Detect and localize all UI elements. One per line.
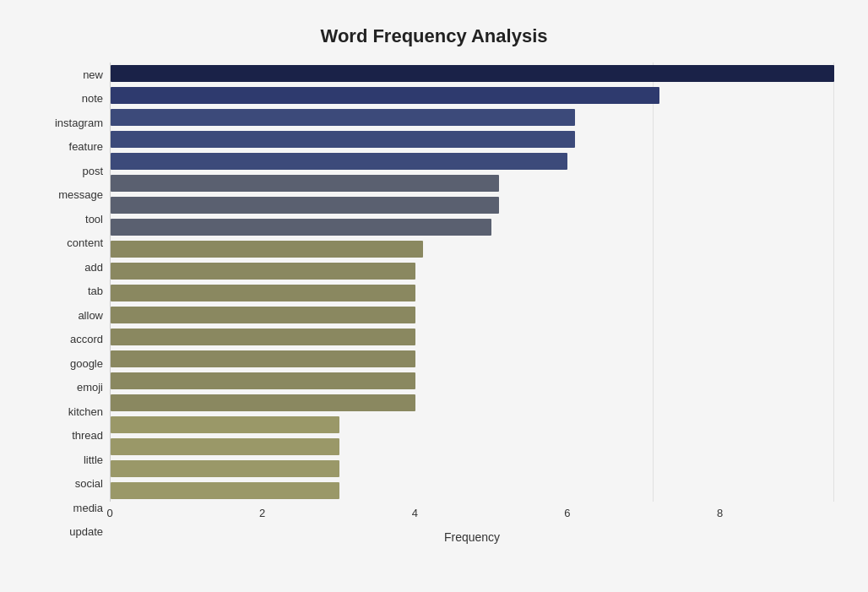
x-tick: 4: [412, 507, 418, 519]
bar-row: [111, 172, 834, 194]
x-tick: 2: [259, 507, 265, 519]
y-label: instagram: [55, 111, 103, 134]
y-label: emoji: [77, 376, 103, 399]
bar: [111, 175, 499, 192]
y-label: google: [70, 351, 103, 375]
y-label: accord: [70, 328, 103, 351]
y-label: allow: [78, 303, 103, 327]
bar-row: [111, 480, 834, 502]
y-label: note: [82, 87, 103, 111]
chart-title: Word Frequency Analysis: [34, 17, 834, 47]
bar-row: [111, 128, 834, 150]
x-axis-label: Frequency: [110, 530, 834, 544]
y-label: tool: [85, 207, 103, 231]
bar-row: [111, 458, 834, 480]
bar-row: [111, 370, 834, 392]
bar-row: [111, 260, 834, 282]
bar: [111, 87, 659, 104]
x-tick: 0: [106, 507, 112, 519]
bar: [111, 350, 415, 367]
bar-row: [111, 150, 834, 172]
bar-row: [111, 106, 834, 128]
y-label: media: [73, 496, 103, 519]
bars-area: [110, 62, 834, 502]
bar: [111, 438, 339, 455]
bar-row: [111, 414, 834, 436]
x-tick: 6: [564, 507, 570, 519]
bar-row: [111, 392, 834, 414]
y-label: content: [67, 231, 103, 255]
bar: [111, 263, 415, 280]
bar-row: [111, 436, 834, 458]
bar-row: [111, 348, 834, 370]
bar: [111, 394, 415, 411]
y-labels: newnoteinstagramfeaturepostmessagetoolco…: [34, 62, 110, 544]
bar: [111, 153, 567, 170]
bar: [111, 131, 575, 148]
y-label: feature: [69, 135, 103, 159]
bar-row: [111, 194, 834, 216]
bar-row: [111, 282, 834, 304]
x-axis: 02468 Frequency: [110, 507, 834, 544]
bar-row: [111, 62, 834, 84]
x-ticks: 02468: [110, 507, 834, 524]
bar-row: [111, 304, 834, 326]
chart-container: Word Frequency Analysis newnoteinstagram…: [0, 0, 868, 592]
bar: [111, 329, 415, 345]
y-label: post: [82, 159, 103, 182]
bar: [111, 109, 575, 126]
y-label: update: [69, 520, 103, 544]
bar: [111, 416, 339, 433]
y-label: add: [84, 255, 103, 279]
y-label: thread: [72, 424, 103, 448]
bar-row: [111, 326, 834, 348]
y-label: little: [84, 448, 103, 471]
bars-and-x: 02468 Frequency: [110, 62, 834, 544]
y-label: kitchen: [68, 399, 103, 423]
bar-row: [111, 84, 834, 106]
y-label: message: [58, 183, 103, 207]
chart-area: newnoteinstagramfeaturepostmessagetoolco…: [34, 62, 834, 544]
bar: [111, 219, 491, 236]
bar: [111, 482, 339, 499]
bar: [111, 65, 834, 82]
bar: [111, 197, 499, 214]
y-label: new: [83, 62, 103, 86]
y-label: tab: [88, 280, 103, 303]
bar: [111, 307, 415, 323]
bar-row: [111, 238, 834, 260]
bar: [111, 460, 339, 477]
y-label: social: [75, 472, 103, 496]
bar: [111, 285, 415, 301]
x-tick: 8: [717, 507, 723, 519]
bar: [111, 241, 423, 258]
bar: [111, 372, 415, 389]
bar-row: [111, 216, 834, 238]
